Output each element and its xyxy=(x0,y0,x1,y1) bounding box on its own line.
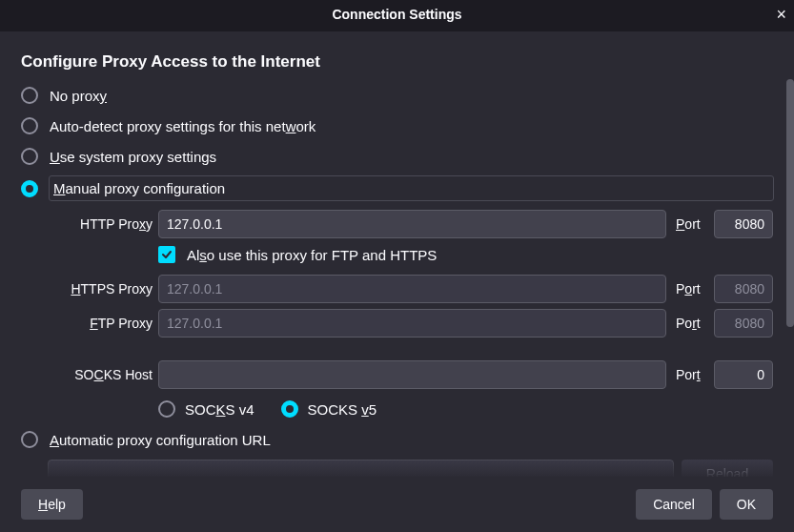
radio-auto-url[interactable]: Automatic proxy configuration URL xyxy=(21,429,773,450)
window-title: Connection Settings xyxy=(332,7,461,22)
help-button[interactable]: Help xyxy=(21,489,83,520)
radio-auto-url-label: Automatic proxy configuration URL xyxy=(50,432,271,448)
https-proxy-label: HTTPS Proxy xyxy=(48,281,153,297)
http-port-input[interactable] xyxy=(714,210,773,238)
manual-proxy-fields: HTTP Proxy Port Also use this proxy for … xyxy=(48,210,773,389)
https-proxy-input xyxy=(158,275,666,303)
http-proxy-input[interactable] xyxy=(158,210,666,238)
section-heading: Configure Proxy Access to the Internet xyxy=(21,52,773,72)
https-port-label: Port xyxy=(676,281,708,297)
radio-socks-v4[interactable]: SOCKS v4 xyxy=(158,400,254,418)
http-port-label: Port xyxy=(676,216,708,232)
socks-port-input[interactable] xyxy=(714,360,773,389)
radio-icon xyxy=(281,400,298,418)
socks-host-row: SOCKS Host Port xyxy=(48,360,773,389)
radio-manual[interactable]: Manual proxy configuration xyxy=(50,176,773,200)
radio-no-proxy[interactable]: No proxy xyxy=(21,85,773,106)
ok-button[interactable]: OK xyxy=(720,489,773,520)
radio-auto-detect-label: Auto-detect proxy settings for this netw… xyxy=(50,118,316,134)
radio-icon xyxy=(21,87,38,104)
radio-socks-v5[interactable]: SOCKS v5 xyxy=(281,400,377,418)
close-icon[interactable]: × xyxy=(776,5,786,25)
reload-button: Reload xyxy=(682,460,773,478)
dialog-button-bar: Help Cancel OK xyxy=(0,477,794,532)
also-use-checkbox-row[interactable]: Also use this proxy for FTP and HTTPS xyxy=(158,244,773,265)
radio-icon xyxy=(158,400,175,418)
radio-icon xyxy=(21,148,38,165)
ftp-proxy-input xyxy=(158,309,666,338)
ftp-port-label: Port xyxy=(676,316,708,331)
dialog-content: Configure Proxy Access to the Internet N… xyxy=(0,31,794,478)
radio-icon xyxy=(21,431,38,448)
ftp-port-input xyxy=(714,309,773,338)
https-proxy-row: HTTPS Proxy Port xyxy=(48,275,773,303)
radio-manual-label: Manual proxy configuration xyxy=(50,178,229,198)
radio-icon xyxy=(21,180,38,197)
scrollbar-thumb[interactable] xyxy=(786,79,794,327)
radio-system[interactable]: Use system proxy settings xyxy=(21,146,773,167)
cancel-button[interactable]: Cancel xyxy=(636,489,712,520)
socks-v4-label: SOCKS v4 xyxy=(185,401,254,418)
radio-system-label: Use system proxy settings xyxy=(50,149,216,165)
radio-icon xyxy=(21,117,38,134)
also-use-label: Also use this proxy for FTP and HTTPS xyxy=(187,247,437,263)
https-port-input xyxy=(714,275,773,303)
titlebar: Connection Settings × xyxy=(0,0,794,29)
checkbox-icon xyxy=(158,246,175,263)
ftp-proxy-row: FTP Proxy Port xyxy=(48,309,773,338)
auto-url-row: Reload xyxy=(48,460,773,478)
http-proxy-label: HTTP Proxy xyxy=(48,216,153,232)
radio-no-proxy-label: No proxy xyxy=(50,88,107,104)
socks-version-row: SOCKS v4 SOCKS v5 xyxy=(158,400,773,418)
socks-host-label: SOCKS Host xyxy=(48,367,153,382)
radio-auto-detect[interactable]: Auto-detect proxy settings for this netw… xyxy=(21,115,773,136)
socks-host-input[interactable] xyxy=(158,360,666,389)
auto-url-input xyxy=(48,460,674,478)
socks-v5-label: SOCKS v5 xyxy=(308,401,377,418)
socks-port-label: Port xyxy=(676,367,708,382)
http-proxy-row: HTTP Proxy Port xyxy=(48,210,773,238)
ftp-proxy-label: FTP Proxy xyxy=(48,316,153,331)
